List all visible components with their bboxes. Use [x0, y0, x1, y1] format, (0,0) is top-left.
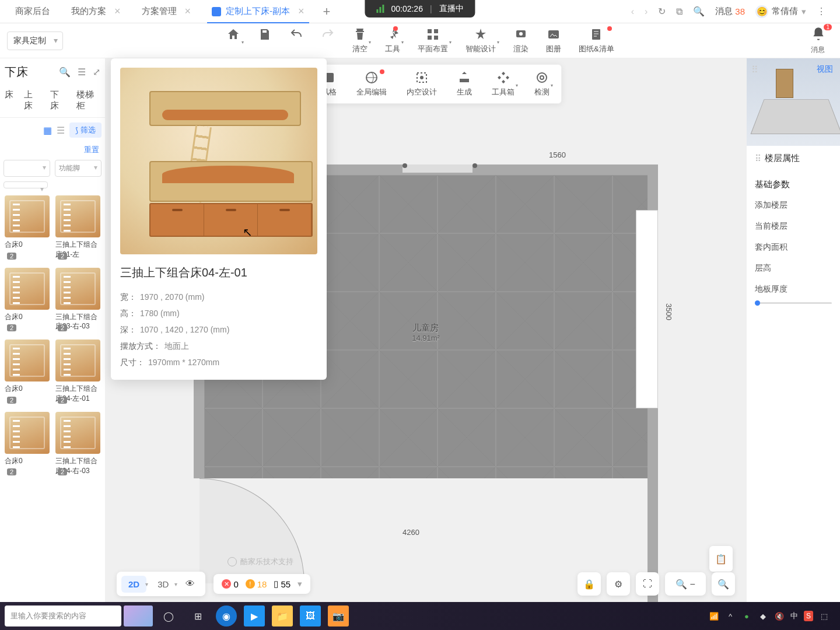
close-icon[interactable]: × [185, 5, 191, 18]
nav-forward-icon[interactable]: › [645, 6, 648, 17]
tab-stair[interactable]: 楼梯柜 [76, 89, 100, 111]
prop-add-floor[interactable]: 添加楼层 [755, 195, 832, 216]
asset-thumb[interactable]: 2三抽上下组合床04-左-01 [55, 340, 100, 406]
search-icon[interactable]: 🔍 [59, 66, 71, 78]
preview-image: ↖ [120, 68, 317, 254]
redo-button[interactable] [321, 27, 335, 54]
issue-stats[interactable]: ✕0 !18 ▯55 ▾ [214, 574, 310, 594]
3d-button[interactable]: 3D [150, 576, 176, 593]
tray-icon[interactable]: ⬚ [819, 611, 830, 621]
prop-current-floor[interactable]: 当前楼层 [755, 216, 832, 237]
view-button[interactable]: 视图 [817, 64, 833, 75]
tray-chevron-icon[interactable]: ^ [725, 611, 736, 621]
menu-icon[interactable]: ⋮ [817, 6, 826, 17]
copy-icon[interactable]: ⧉ [676, 6, 682, 17]
save-button[interactable] [258, 27, 272, 54]
refresh-icon[interactable]: ↻ [658, 6, 666, 17]
album-button[interactable]: 图册 [546, 27, 561, 54]
notify-button[interactable]: 1 消息 [811, 26, 833, 55]
generate-button[interactable]: 生成 [457, 71, 472, 97]
visibility-button[interactable]: 👁 [180, 575, 201, 593]
select-1[interactable] [4, 160, 50, 177]
messages-link[interactable]: 消息 38 [715, 6, 745, 17]
ime-indicator[interactable]: 中 [790, 611, 798, 621]
tray-app[interactable]: S [804, 611, 813, 621]
prop-height[interactable]: 层高 [755, 258, 832, 279]
tab-myplans[interactable]: 我的方案× [61, 0, 131, 23]
expand-icon[interactable]: ⤢ [93, 66, 100, 78]
search-icon[interactable]: 🔍 [693, 6, 705, 17]
tab-merchant[interactable]: 商家后台 [5, 0, 61, 23]
thickness-slider[interactable] [755, 302, 832, 304]
panel-title: 楼层属性 [755, 153, 832, 164]
watermark: 酷家乐技术支持 [228, 556, 293, 567]
zoom-out-button[interactable]: 🔍 − [665, 572, 706, 596]
close-icon[interactable]: × [114, 5, 121, 18]
asset-thumb[interactable]: 2三抽上下组合床01-左 [55, 195, 100, 262]
dimension-label: 1560 [549, 150, 566, 159]
filter-button[interactable]: ⟆筛选 [69, 123, 102, 138]
recording-status: 直播中 [439, 4, 464, 14]
avatar-icon: 😊 [755, 5, 768, 18]
asset-thumb[interactable]: 2合床0 [5, 412, 50, 478]
asset-thumb[interactable]: 2三抽上下组合床04-右-03 [55, 412, 100, 478]
taskbar-search[interactable]: 里输入你要搜索的内容 [5, 606, 121, 626]
volume-icon[interactable]: 🔇 [774, 611, 785, 621]
nav-back-icon[interactable]: ‹ [631, 6, 634, 17]
tab-upper[interactable]: 上床 [24, 89, 40, 111]
tray-icon[interactable]: ◆ [758, 611, 768, 621]
select-2[interactable]: 功能脚 [55, 160, 102, 177]
prop-inner-area[interactable]: 套内面积 [755, 237, 832, 258]
taskbar-app[interactable]: ▶ [244, 606, 265, 626]
tray-icon[interactable]: ● [741, 611, 752, 621]
settings-button[interactable]: ⚙ [607, 572, 630, 596]
inner-design-button[interactable]: 内空设计 [407, 71, 437, 97]
select-3[interactable] [4, 181, 48, 188]
tab-lower[interactable]: 下床 [50, 89, 66, 111]
toolbox-button[interactable]: 工具箱▾ [492, 71, 514, 97]
tools-button[interactable]: 工具▾ [385, 27, 400, 54]
lock-button[interactable]: 🔒 [578, 572, 601, 596]
reset-button[interactable]: 重置 [0, 142, 105, 158]
clear-button[interactable]: 清空▾ [352, 27, 368, 54]
asset-thumb[interactable]: 2合床0 [5, 195, 50, 262]
drag-handle-icon[interactable]: ⠿ [751, 64, 758, 75]
layout-button[interactable]: 平面布置▾ [418, 27, 448, 54]
prop-floor-thickness[interactable]: 地板厚度 [755, 279, 832, 300]
detect-button[interactable]: 检测▾ [534, 71, 550, 97]
close-icon[interactable]: × [298, 5, 304, 18]
door-arc [200, 478, 304, 583]
taskbar-app[interactable]: 🖼 [300, 606, 321, 626]
undo-button[interactable] [289, 27, 303, 54]
asset-thumb[interactable]: ☆2合床0 [5, 340, 50, 406]
zoom-in-button[interactable]: 🔍 [712, 572, 735, 596]
taskbar-app[interactable]: ◉ [216, 606, 237, 626]
list-view-icon[interactable]: ☰ [57, 125, 65, 136]
global-edit-button[interactable]: 全局编辑 [356, 71, 387, 97]
taskbar: 里输入你要搜索的内容 ◯ ⊞ ◉ ▶ 📁 🖼 📷 📶 ^ ● ◆ 🔇 中 S ⬚ [0, 602, 840, 630]
collapse-icon[interactable]: ☰ [78, 66, 86, 78]
start-button[interactable]: ◯ [155, 603, 182, 629]
smart-design-button[interactable]: 智能设计▾ [466, 27, 496, 54]
asset-thumb[interactable]: 2合床0 [5, 268, 50, 334]
home-button[interactable]: ▾ [226, 27, 240, 54]
drawings-button[interactable]: 图纸&清单 [579, 27, 614, 54]
asset-thumb[interactable]: 2三抽上下组合床03-右-03 [55, 268, 100, 334]
2d-button[interactable]: 2D [121, 576, 146, 593]
grid-view-icon[interactable]: ▦ [43, 125, 52, 136]
clipboard-button[interactable]: 📋 [709, 546, 733, 572]
fit-button[interactable]: ⛶ [636, 572, 659, 596]
tab-custom-bed[interactable]: 定制上下床-副本× [201, 0, 315, 23]
tab-planmgmt[interactable]: 方案管理× [131, 0, 202, 23]
tab-bed[interactable]: 床 [5, 89, 13, 111]
user-menu[interactable]: 😊 常倩倩 ▾ [755, 5, 806, 18]
mini-3d-preview[interactable]: ⠿ 视图 [747, 58, 840, 146]
render-button[interactable]: 渲染 [513, 27, 528, 54]
taskbar-app[interactable]: 📷 [328, 606, 349, 626]
taskbar-thumbnail[interactable] [124, 606, 153, 626]
file-explorer[interactable]: 📁 [272, 606, 293, 626]
mode-select[interactable]: 家具定制 [7, 32, 63, 50]
task-view-button[interactable]: ⊞ [184, 603, 211, 629]
add-tab-button[interactable]: + [315, 4, 339, 19]
tray-icon[interactable]: 📶 [709, 611, 719, 621]
